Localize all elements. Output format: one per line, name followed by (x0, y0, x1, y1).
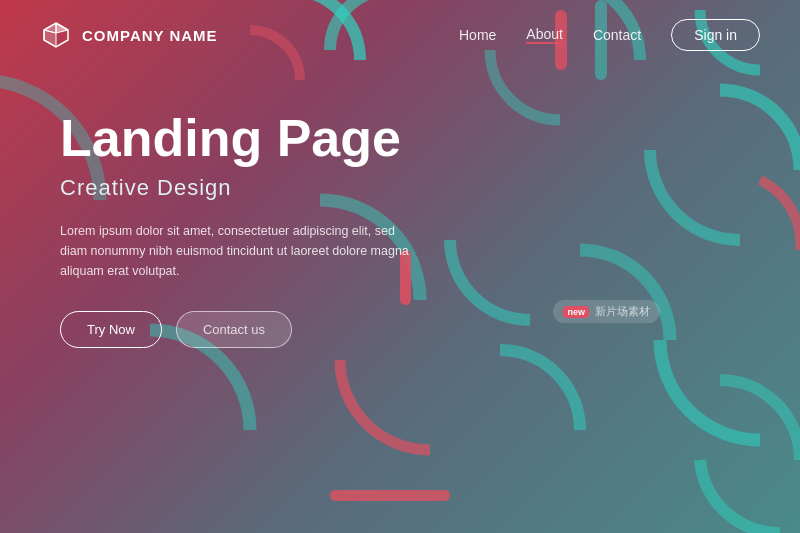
watermark-site-text: 新片场素材 (595, 304, 650, 319)
watermark-new-badge: new (563, 306, 589, 318)
nav-home[interactable]: Home (459, 27, 496, 43)
svg-marker-7 (44, 30, 56, 47)
contact-us-button[interactable]: Contact us (176, 311, 292, 348)
logo: COMPANY NAME (40, 19, 218, 51)
svg-marker-6 (56, 23, 68, 33)
navbar: COMPANY NAME Home About Contact Sign in (0, 0, 800, 70)
watermark: new 新片场素材 (553, 300, 660, 323)
sign-in-button[interactable]: Sign in (671, 19, 760, 51)
hero-subtitle: Creative Design (60, 175, 410, 201)
hero-buttons: Try Now Contact us (60, 311, 410, 348)
nav-links: Home About Contact Sign in (459, 19, 760, 51)
hero-title: Landing Page (60, 110, 410, 167)
nav-about[interactable]: About (526, 26, 563, 44)
logo-icon (40, 19, 72, 51)
try-now-button[interactable]: Try Now (60, 311, 162, 348)
company-name-text: COMPANY NAME (82, 27, 218, 44)
nav-contact[interactable]: Contact (593, 27, 641, 43)
hero-section: Landing Page Creative Design Lorem ipsum… (60, 110, 410, 348)
hero-body-text: Lorem ipsum dolor sit amet, consectetuer… (60, 221, 410, 281)
